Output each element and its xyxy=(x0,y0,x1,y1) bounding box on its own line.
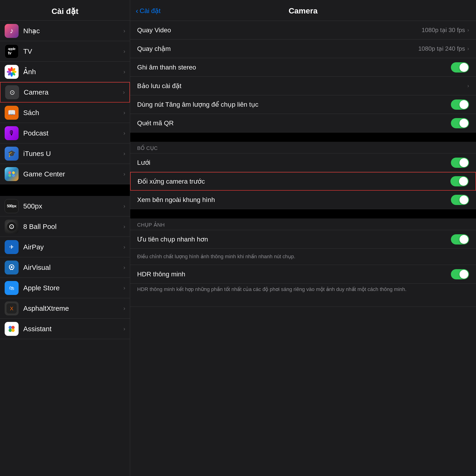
svg-point-10 xyxy=(12,171,15,174)
quay-video-value: 1080p tại 30 fps xyxy=(422,27,465,34)
airvisual-label: AirVisual xyxy=(23,264,123,272)
svg-text:X: X xyxy=(10,306,14,311)
chevron-icon: › xyxy=(123,244,125,250)
svg-point-29 xyxy=(9,329,12,332)
camera-item-xem-ben-ngoai[interactable]: Xem bên ngoài khung hình xyxy=(130,191,476,209)
camera-item-uu-tien-desc: Điều chỉnh chất lượng hình ảnh thông min… xyxy=(130,249,476,265)
toggle-knob xyxy=(459,63,468,72)
sidebar-item-sach[interactable]: 📖 Sách › xyxy=(0,102,130,123)
chevron-icon: › xyxy=(123,68,125,75)
chevron-icon: › xyxy=(123,130,125,136)
chevron-icon: › xyxy=(123,223,125,230)
section-gap xyxy=(0,184,130,196)
quet-ma-label: Quét mã QR xyxy=(137,119,451,127)
section-divider-2 xyxy=(130,209,476,219)
chevron-icon: › xyxy=(123,28,125,34)
chevron-icon: › xyxy=(123,326,125,332)
svg-point-30 xyxy=(11,329,15,332)
dung-nut-toggle[interactable] xyxy=(451,100,469,110)
camera-item-quay-video[interactable]: Quay Video 1080p tại 30 fps › xyxy=(130,21,476,39)
toggle-knob xyxy=(459,270,468,279)
asphalt-icon: X xyxy=(5,302,18,315)
svg-point-21 xyxy=(11,266,13,268)
sidebar-item-8ball[interactable]: 8 8 Ball Pool › xyxy=(0,216,130,237)
camera-item-hdr-desc: HDR thông minh kết hợp những phần tốt nh… xyxy=(130,284,476,307)
chevron-icon: › xyxy=(123,305,125,312)
camera-item-quet-ma[interactable]: Quét mã QR xyxy=(130,114,476,133)
chevron-icon: › xyxy=(123,109,125,116)
svg-rect-26 xyxy=(6,324,17,334)
doi-xung-toggle[interactable] xyxy=(450,176,469,187)
svg-point-11 xyxy=(8,174,11,177)
sidebar-item-asphalt[interactable]: X AsphaltXtreme › xyxy=(0,298,130,319)
sidebar-item-itunes[interactable]: 🎓 iTunes U › xyxy=(0,143,130,164)
anh-label: Ảnh xyxy=(23,68,123,76)
section-divider xyxy=(130,133,476,142)
back-button[interactable]: ‹ Cài đặt xyxy=(136,6,161,15)
8ball-label: 8 Ball Pool xyxy=(23,223,123,231)
applestore-label: Apple Store xyxy=(23,284,123,292)
uu-tien-desc-text: Điều chỉnh chất lượng hình ảnh thông min… xyxy=(137,253,469,260)
camera-settings-list: Quay Video 1080p tại 30 fps › Quay chậm … xyxy=(130,21,476,476)
sidebar-item-anh[interactable]: Ảnh › xyxy=(0,62,130,82)
camera-item-luoi[interactable]: Lưới xyxy=(130,153,476,172)
sidebar-item-500px[interactable]: 500px 500px › xyxy=(0,196,130,216)
camera-label: Camera xyxy=(24,88,123,96)
quay-video-label: Quay Video xyxy=(137,27,422,34)
500px-icon: 500px xyxy=(5,199,18,213)
camera-item-dung-nut[interactable]: Dùng nút Tăng âm lượng để chụp liên tục xyxy=(130,95,476,114)
uu-tien-toggle[interactable] xyxy=(451,234,469,244)
chevron-icon: › xyxy=(467,46,469,52)
toggle-knob xyxy=(459,100,468,109)
sidebar-item-gamecenter[interactable]: Game Center › xyxy=(0,164,130,184)
sidebar-item-tv[interactable]: appletv TV › xyxy=(0,41,130,62)
chevron-icon: › xyxy=(123,48,125,55)
airvisual-icon xyxy=(5,261,18,274)
dung-nut-label: Dùng nút Tăng âm lượng để chụp liên tục xyxy=(137,101,451,108)
podcast-icon: 🎙 xyxy=(5,126,18,140)
sidebar-item-applestore[interactable]: 🛍 Apple Store › xyxy=(0,278,130,298)
camera-item-quay-cham[interactable]: Quay chậm 1080p tại 240 fps › xyxy=(130,39,476,58)
toggle-knob xyxy=(459,195,468,204)
svg-text:8: 8 xyxy=(11,226,12,228)
sidebar-item-nhac[interactable]: Nhạc › xyxy=(0,21,130,41)
8ball-icon: 8 xyxy=(5,220,18,234)
ghi-am-label: Ghi âm thanh stereo xyxy=(137,64,451,71)
sach-label: Sách xyxy=(23,109,123,117)
camera-item-bao-luu[interactable]: Bảo lưu cài đặt › xyxy=(130,77,476,95)
toggle-knob xyxy=(459,158,468,167)
airpay-label: AirPay xyxy=(23,243,123,251)
camera-item-uu-tien[interactable]: Ưu tiên chụp nhanh hơn xyxy=(130,230,476,249)
sidebar-item-airvisual[interactable]: AirVisual › xyxy=(0,257,130,278)
camera-item-hdr[interactable]: HDR thông minh xyxy=(130,265,476,284)
svg-point-8 xyxy=(7,170,16,178)
settings-list: Nhạc › appletv TV › xyxy=(0,21,130,476)
ghi-am-toggle[interactable] xyxy=(451,62,469,72)
sidebar-item-camera[interactable]: ⊙ Camera › xyxy=(0,82,130,102)
chevron-icon: › xyxy=(467,83,469,89)
assistant-label: Assistant xyxy=(23,325,123,333)
camera-settings-header: ‹ Cài đặt Camera xyxy=(130,0,476,21)
luoi-toggle[interactable] xyxy=(451,158,469,168)
tv-label: TV xyxy=(23,47,123,55)
camera-item-doi-xung[interactable]: Đối xứng camera trước xyxy=(130,172,476,191)
svg-text:✈: ✈ xyxy=(9,244,14,250)
chup-anh-section-header: CHỤP ẢNH xyxy=(130,219,476,230)
photos-icon xyxy=(5,65,18,79)
camera-icon: ⊙ xyxy=(5,85,19,99)
applestore-icon: 🛍 xyxy=(5,281,18,295)
camera-item-ghi-am[interactable]: Ghi âm thanh stereo xyxy=(130,58,476,77)
sidebar-item-assistant[interactable]: Assistant › xyxy=(0,319,130,339)
nhac-label: Nhạc xyxy=(23,27,123,35)
right-panel: ‹ Cài đặt Camera Quay Video 1080p tại 30… xyxy=(130,0,476,476)
sidebar-item-airpay[interactable]: ✈ AirPay › xyxy=(0,237,130,257)
sidebar-item-podcast[interactable]: 🎙 Podcast › xyxy=(0,123,130,143)
gamecenter-label: Game Center xyxy=(23,170,123,178)
xem-ben-ngoai-toggle[interactable] xyxy=(451,195,469,205)
quet-ma-toggle[interactable] xyxy=(451,118,469,128)
back-label: Cài đặt xyxy=(140,7,161,15)
left-panel-title: Cài đặt xyxy=(0,0,130,21)
music-icon xyxy=(5,24,18,38)
bo-cuc-section-header: BỐ CỤC xyxy=(130,142,476,153)
hdr-toggle[interactable] xyxy=(451,269,469,279)
